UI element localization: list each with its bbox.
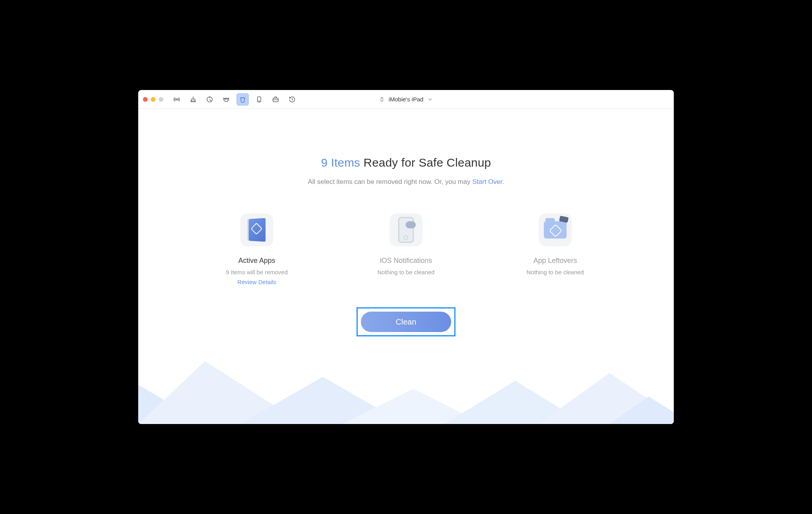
card-app-leftovers: App Leftovers Nothing to be cleaned	[512, 213, 598, 285]
maximize-window-button[interactable]	[159, 97, 163, 102]
device-selector[interactable]: iMobie's iPad	[379, 96, 433, 103]
briefcase-icon[interactable]	[269, 93, 282, 106]
svg-point-2	[225, 99, 226, 99]
device-icon	[379, 96, 385, 103]
svg-marker-12	[444, 381, 586, 424]
clean-button[interactable]: Clean	[361, 312, 451, 332]
minimize-window-button[interactable]	[151, 97, 155, 102]
svg-point-0	[176, 99, 177, 100]
svg-marker-9	[138, 361, 303, 424]
chevron-down-icon	[427, 96, 433, 103]
app-leftovers-icon	[539, 213, 572, 246]
card-active-apps: Active Apps 9 Items will be removed Revi…	[214, 213, 300, 285]
subheadline-text: All select items can be removed right no…	[308, 178, 472, 185]
subheadline: All select items can be removed right no…	[308, 178, 504, 186]
active-apps-icon	[240, 213, 273, 246]
close-window-button[interactable]	[143, 97, 148, 102]
card-title: iOS Notifications	[380, 257, 432, 265]
svg-point-5	[259, 101, 259, 101]
card-subtitle: Nothing to be cleaned	[377, 269, 435, 275]
svg-marker-14	[609, 397, 674, 424]
svg-marker-11	[342, 389, 484, 424]
card-ios-notifications: iOS Notifications Nothing to be cleaned	[363, 213, 449, 285]
svg-marker-13	[539, 373, 674, 424]
antenna-icon[interactable]	[170, 93, 183, 106]
decorative-mountains	[138, 361, 674, 424]
ios-notifications-icon	[390, 213, 422, 246]
headline: 9 Items Ready for Safe Cleanup	[321, 156, 491, 169]
headline-rest: Ready for Safe Cleanup	[360, 156, 491, 169]
card-title: App Leftovers	[533, 257, 577, 265]
review-details-link[interactable]: Review Details	[237, 279, 276, 285]
trash-icon[interactable]	[236, 93, 249, 106]
tablet-icon[interactable]	[253, 93, 265, 106]
start-over-link[interactable]: Start Over	[472, 178, 503, 185]
app-window: iMobie's iPad 9 Items Ready for Safe Cle…	[138, 90, 674, 424]
svg-point-3	[227, 99, 228, 99]
mask-icon[interactable]	[220, 93, 232, 106]
main-content: 9 Items Ready for Safe Cleanup All selec…	[138, 109, 674, 424]
clean-button-highlight: Clean	[357, 307, 455, 336]
card-title: Active Apps	[238, 257, 275, 265]
toolbar-icons	[170, 93, 298, 106]
category-cards: Active Apps 9 Items will be removed Revi…	[214, 213, 598, 285]
device-name: iMobie's iPad	[389, 96, 424, 103]
headline-count: 9 Items	[321, 156, 360, 169]
broom-icon[interactable]	[187, 93, 199, 106]
history-icon[interactable]	[286, 93, 298, 106]
subheadline-tail: .	[502, 178, 504, 185]
svg-marker-10	[240, 377, 405, 424]
circle-slash-icon[interactable]	[203, 93, 216, 106]
card-subtitle: 9 Items will be removed	[226, 269, 288, 275]
window-controls	[143, 97, 163, 102]
card-subtitle: Nothing to be cleaned	[527, 269, 584, 275]
toolbar: iMobie's iPad	[138, 90, 674, 109]
svg-marker-8	[138, 385, 205, 424]
